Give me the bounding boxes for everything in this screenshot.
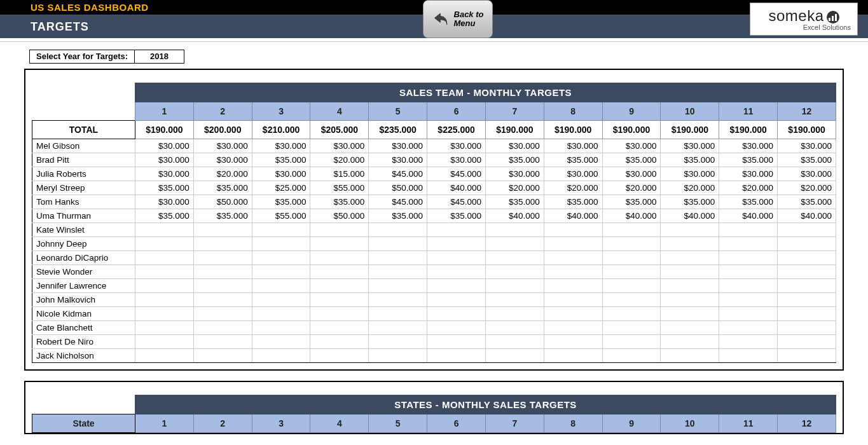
target-cell[interactable]: $30.000 [719,139,778,153]
target-cell[interactable]: $50.000 [193,195,252,209]
target-cell[interactable] [661,349,719,363]
target-cell[interactable]: $35.000 [135,209,194,223]
target-cell[interactable] [778,223,836,237]
target-cell[interactable] [544,293,602,307]
year-value[interactable]: 2018 [135,50,184,64]
target-cell[interactable]: $30.000 [135,139,194,153]
target-cell[interactable] [778,293,836,307]
target-cell[interactable] [485,237,544,251]
target-cell[interactable]: $20.000 [719,181,778,195]
target-cell[interactable] [310,293,369,307]
target-cell[interactable] [661,265,719,279]
target-cell[interactable] [193,251,252,265]
target-cell[interactable]: $30.000 [310,139,369,153]
target-cell[interactable] [135,237,194,251]
target-cell[interactable] [369,279,427,293]
target-cell[interactable]: $35.000 [602,153,661,167]
target-cell[interactable] [135,307,194,321]
target-cell[interactable]: $30.000 [193,153,252,167]
target-cell[interactable] [135,251,194,265]
target-cell[interactable] [602,293,661,307]
target-cell[interactable]: $30.000 [369,153,427,167]
target-cell[interactable] [719,293,778,307]
target-cell[interactable]: $40.000 [485,209,544,223]
target-cell[interactable] [661,279,719,293]
target-cell[interactable] [310,251,369,265]
target-cell[interactable] [193,307,252,321]
target-cell[interactable] [369,293,427,307]
target-cell[interactable] [427,335,486,349]
target-cell[interactable]: $20.000 [661,181,719,195]
target-cell[interactable] [602,349,661,363]
target-cell[interactable]: $30.000 [544,139,602,153]
target-cell[interactable] [310,335,369,349]
target-cell[interactable]: $35.000 [544,153,602,167]
target-cell[interactable] [135,265,194,279]
target-cell[interactable] [778,335,836,349]
target-cell[interactable] [369,265,427,279]
target-cell[interactable] [602,237,661,251]
target-cell[interactable]: $35.000 [369,209,427,223]
target-cell[interactable] [369,335,427,349]
target-cell[interactable] [135,279,194,293]
target-cell[interactable] [135,223,194,237]
target-cell[interactable] [135,293,194,307]
target-cell[interactable] [485,349,544,363]
target-cell[interactable] [719,265,778,279]
target-cell[interactable] [427,293,486,307]
target-cell[interactable] [252,251,310,265]
target-cell[interactable] [485,335,544,349]
target-cell[interactable]: $35.000 [252,195,310,209]
target-cell[interactable] [135,321,194,335]
target-cell[interactable]: $35.000 [310,195,369,209]
target-cell[interactable] [310,223,369,237]
target-cell[interactable] [661,223,719,237]
target-cell[interactable]: $30.000 [544,167,602,181]
target-cell[interactable] [778,349,836,363]
target-cell[interactable]: $20.000 [485,181,544,195]
target-cell[interactable]: $35.000 [485,153,544,167]
target-cell[interactable] [427,349,486,363]
target-cell[interactable]: $30.000 [135,167,194,181]
target-cell[interactable] [602,279,661,293]
target-cell[interactable] [252,307,310,321]
target-cell[interactable] [427,251,486,265]
target-cell[interactable] [485,307,544,321]
target-cell[interactable]: $30.000 [778,139,836,153]
target-cell[interactable] [544,251,602,265]
target-cell[interactable]: $30.000 [427,153,486,167]
target-cell[interactable]: $35.000 [661,195,719,209]
target-cell[interactable]: $35.000 [661,153,719,167]
target-cell[interactable]: $30.000 [661,139,719,153]
target-cell[interactable] [193,321,252,335]
target-cell[interactable] [252,265,310,279]
target-cell[interactable] [719,223,778,237]
target-cell[interactable] [369,321,427,335]
target-cell[interactable] [427,265,486,279]
target-cell[interactable] [719,335,778,349]
target-cell[interactable] [719,237,778,251]
target-cell[interactable]: $45.000 [427,167,486,181]
target-cell[interactable] [193,335,252,349]
target-cell[interactable]: $35.000 [719,153,778,167]
target-cell[interactable]: $35.000 [193,181,252,195]
target-cell[interactable]: $55.000 [310,181,369,195]
target-cell[interactable] [544,237,602,251]
target-cell[interactable] [252,349,310,363]
target-cell[interactable]: $45.000 [369,167,427,181]
target-cell[interactable] [310,237,369,251]
target-cell[interactable] [485,265,544,279]
target-cell[interactable] [544,335,602,349]
target-cell[interactable]: $30.000 [602,139,661,153]
target-cell[interactable] [252,279,310,293]
target-cell[interactable] [369,237,427,251]
target-cell[interactable]: $20.000 [193,167,252,181]
target-cell[interactable]: $50.000 [369,181,427,195]
target-cell[interactable] [602,321,661,335]
target-cell[interactable]: $25.000 [252,181,310,195]
target-cell[interactable] [252,293,310,307]
target-cell[interactable]: $50.000 [310,209,369,223]
target-cell[interactable] [135,335,194,349]
target-cell[interactable] [427,307,486,321]
target-cell[interactable]: $45.000 [369,195,427,209]
